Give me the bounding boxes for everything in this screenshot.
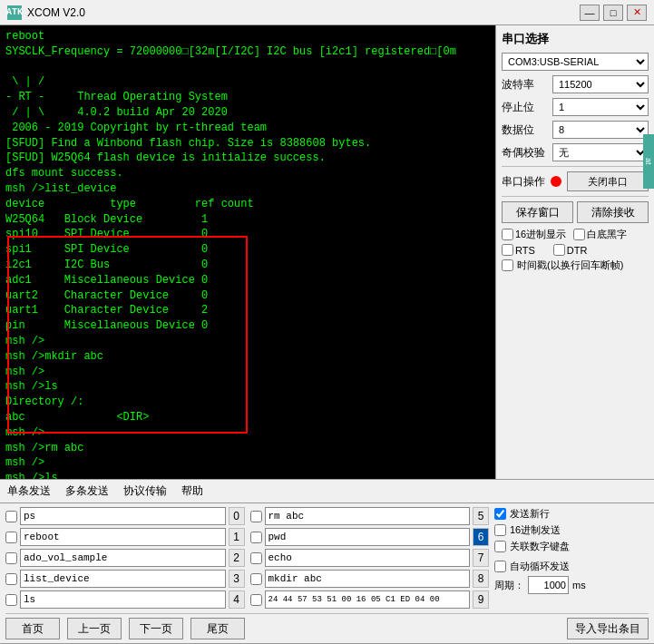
hex-display-checkbox-item: 16进制显示 — [502, 228, 566, 241]
timestamp-checkbox[interactable] — [502, 259, 513, 271]
port-select[interactable]: COM3:USB-SERIAL — [502, 53, 649, 71]
white-black-checkbox[interactable] — [573, 229, 585, 240]
hex-send-label: 16进制发送 — [510, 523, 561, 537]
cmd-input-6[interactable] — [265, 528, 471, 546]
stopbit-row: 停止位 1 — [502, 98, 649, 116]
dtr-checkbox[interactable] — [553, 244, 565, 256]
period-row: 周期： ms — [494, 576, 649, 594]
dtr-checkbox-item: DTR — [553, 244, 588, 256]
keypad-label: 关联数字键盘 — [510, 540, 570, 553]
right-options: 发送新行 16进制发送 关联数字键盘 自动循环发送 周期： ms — [494, 507, 649, 609]
stopbit-label: 停止位 — [502, 100, 549, 115]
cmd-checkbox-1[interactable] — [5, 532, 17, 543]
app-title: XCOM V2.0 — [27, 6, 85, 19]
cmd-input-8[interactable] — [265, 570, 471, 588]
next-page-button[interactable]: 下一页 — [129, 618, 183, 639]
cmd-checkbox-5[interactable] — [250, 511, 262, 522]
cmd-input-1[interactable] — [20, 528, 226, 546]
save-clear-row: 保存窗口 清除接收 — [502, 201, 649, 223]
cmd-area: 0 1 2 3 4 — [0, 503, 654, 643]
cmd-item-2: 2 — [5, 549, 245, 567]
databit-label: 数据位 — [502, 122, 549, 138]
cmd-checkbox-9[interactable] — [250, 594, 262, 606]
cmd-input-5[interactable] — [265, 507, 471, 525]
cmd-item-5: 5 — [250, 507, 490, 525]
cmd-input-2[interactable] — [20, 549, 226, 567]
cmd-checkbox-7[interactable] — [250, 552, 262, 564]
cmd-num-0: 0 — [229, 507, 245, 525]
toolbar-single-send[interactable]: 单条发送 — [7, 483, 51, 499]
cmd-input-9[interactable] — [265, 590, 471, 609]
send-newline-row: 发送新行 — [494, 507, 649, 521]
cmd-input-0[interactable] — [20, 507, 226, 525]
title-bar-controls: — □ ✕ — [580, 5, 647, 21]
parity-label: 奇偶校验 — [502, 145, 549, 161]
timestamp-checkbox-row: 时间戳(以换行回车断帧) — [502, 259, 649, 272]
cmd-checkbox-6[interactable] — [250, 532, 262, 543]
cmd-item-7: 7 — [250, 549, 490, 567]
serial-op-label: 串口操作 — [502, 174, 545, 190]
checkbox-row-1: 16进制显示 白底黑字 — [502, 228, 649, 241]
close-serial-button[interactable]: 关闭串口 — [567, 171, 649, 191]
first-page-button[interactable]: 首页 — [5, 618, 60, 639]
white-black-label: 白底黑字 — [587, 228, 627, 241]
cmd-item-1: 1 — [5, 528, 245, 546]
prev-page-button[interactable]: 上一页 — [67, 618, 122, 639]
cmd-checkbox-4[interactable] — [5, 594, 17, 606]
auto-loop-checkbox[interactable] — [494, 561, 506, 572]
cmd-input-7[interactable] — [265, 549, 471, 567]
minimize-button[interactable]: — — [580, 5, 600, 21]
last-page-button[interactable]: 尾页 — [190, 618, 245, 639]
cmd-checkbox-3[interactable] — [5, 573, 17, 585]
cmd-checkbox-0[interactable] — [5, 511, 17, 522]
auto-loop-row: 自动循环发送 — [494, 560, 649, 573]
stopbit-select[interactable]: 1 — [552, 98, 649, 116]
rts-checkbox[interactable] — [502, 244, 513, 256]
close-button[interactable]: ✕ — [627, 5, 647, 21]
terminal-area[interactable]: reboot SYSCLK_Frequency = 72000000□[32m[… — [0, 25, 495, 479]
toolbar-protocol[interactable]: 协议传输 — [123, 483, 167, 499]
cmd-item-3: 3 — [5, 570, 245, 588]
cmd-num-3: 3 — [229, 570, 245, 588]
terminal-text: reboot SYSCLK_Frequency = 72000000□[32m[… — [5, 29, 490, 479]
cmd-item-4: 4 — [5, 590, 245, 609]
maximize-button[interactable]: □ — [603, 5, 623, 21]
cmd-num-6: 6 — [473, 528, 489, 546]
send-newline-checkbox[interactable] — [494, 508, 506, 520]
cmd-num-9: 9 — [473, 590, 489, 609]
toolbar-multi-send[interactable]: 多条发送 — [65, 483, 109, 499]
cmd-num-4: 4 — [229, 590, 245, 609]
title-bar: ATK XCOM V2.0 — □ ✕ — [0, 0, 654, 25]
right-panel: 串口选择 COM3:USB-SERIAL 波特率 115200 停止位 1 数据… — [495, 25, 654, 479]
main-container: reboot SYSCLK_Frequency = 72000000□[32m[… — [0, 25, 654, 479]
import-export-button[interactable]: 导入导出条目 — [567, 618, 649, 639]
cmd-num-7: 7 — [473, 549, 489, 567]
save-window-button[interactable]: 保存窗口 — [502, 201, 573, 223]
hex-send-checkbox[interactable] — [494, 524, 506, 536]
period-label: 周期： — [494, 579, 524, 592]
baud-row: 波特率 115200 — [502, 75, 649, 93]
period-input[interactable] — [528, 576, 569, 594]
cmd-input-4[interactable] — [20, 590, 226, 609]
timestamp-label: 时间戳(以换行回车断帧) — [517, 259, 623, 272]
toolbar-help[interactable]: 帮助 — [181, 483, 203, 499]
cmd-checkbox-8[interactable] — [250, 573, 262, 585]
cmd-item-0: 0 — [5, 507, 245, 525]
parity-select[interactable]: 无 — [552, 143, 649, 161]
clear-recv-button[interactable]: 清除接收 — [577, 201, 649, 223]
hex-send-row: 16进制发送 — [494, 523, 649, 537]
hex-display-label: 16进制显示 — [515, 228, 566, 241]
hex-display-checkbox[interactable] — [502, 229, 513, 240]
cmd-num-1: 1 — [229, 528, 245, 546]
keypad-checkbox[interactable] — [494, 541, 506, 552]
side-tab: at — [643, 134, 654, 189]
databit-select[interactable]: 8 — [552, 121, 649, 139]
baud-select[interactable]: 115200 — [552, 75, 649, 93]
cmd-item-6: 6 — [250, 528, 490, 546]
cmd-input-3[interactable] — [20, 570, 226, 588]
databit-row: 数据位 8 — [502, 121, 649, 139]
cmd-num-2: 2 — [229, 549, 245, 567]
cmd-checkbox-2[interactable] — [5, 552, 17, 564]
divider-1 — [502, 166, 649, 167]
divider-2 — [502, 196, 649, 197]
